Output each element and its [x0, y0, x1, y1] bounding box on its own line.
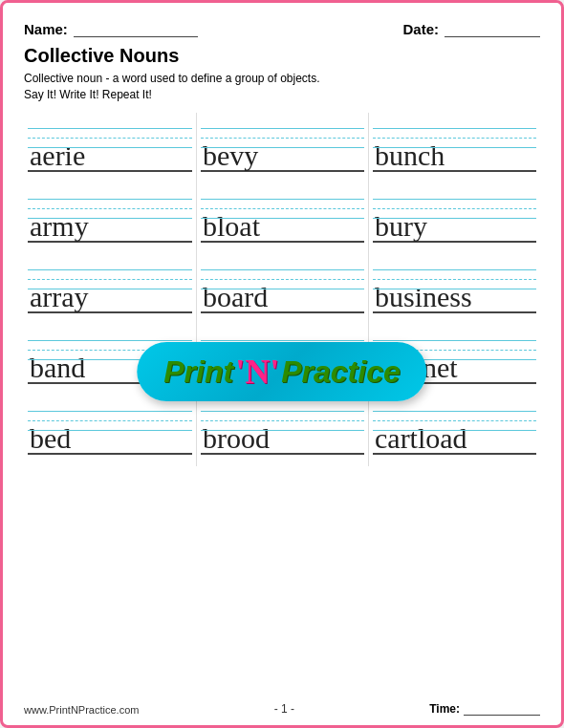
word-cell: brood [196, 396, 368, 466]
date-label: Date: [402, 21, 439, 37]
word-text: bunch [375, 141, 445, 170]
word-text: bury [375, 212, 427, 241]
word-cell: array [24, 254, 196, 325]
word-cell: bury [368, 183, 540, 254]
time-line[interactable] [464, 700, 540, 716]
word-cell: army [24, 183, 196, 254]
logo-n: 'N' [235, 352, 279, 392]
word-text: board [203, 283, 268, 311]
word-text: aerie [30, 141, 85, 170]
date-line[interactable] [445, 20, 540, 37]
word-text: array [30, 283, 89, 311]
word-cell: bed [24, 396, 196, 466]
footer: www.PrintNPractice.com - 1 - Time: [24, 700, 540, 716]
word-text: business [375, 283, 472, 311]
word-text: bloat [203, 212, 260, 241]
word-cell: bloat [196, 183, 368, 254]
description: Collective noun - a word used to define … [24, 71, 540, 103]
name-label: Name: [24, 21, 68, 37]
words-grid: aeriebevybuncharmybloatburyarrayboardbus… [24, 113, 540, 466]
word-cell: business [368, 254, 540, 325]
date-field: Date: [402, 20, 540, 37]
word-cell: bevy [196, 113, 368, 183]
word-cell: board [196, 254, 368, 325]
description-line1: Collective noun - a word used to define … [24, 72, 320, 85]
word-text: bevy [203, 141, 258, 170]
description-line2: Say It! Write It! Repeat It! [24, 88, 152, 101]
word-text: brood [203, 424, 270, 453]
word-text: cartload [375, 424, 467, 453]
time-label: Time: [429, 702, 460, 716]
word-text: army [30, 212, 89, 241]
logo-practice: Practice [281, 354, 401, 390]
word-text: bed [30, 424, 71, 453]
name-field: Name: [24, 20, 198, 37]
footer-time: Time: [429, 700, 540, 716]
word-cell: bunch [368, 113, 540, 183]
worksheet-page: Name: Date: Collective Nouns Collective … [0, 0, 564, 728]
footer-page: - 1 - [274, 702, 294, 716]
page-title: Collective Nouns [24, 45, 540, 67]
header-row: Name: Date: [24, 20, 540, 37]
name-line[interactable] [74, 20, 198, 37]
logo-overlay: Print 'N' Practice [137, 342, 426, 401]
word-cell: aerie [24, 113, 196, 183]
logo-print: Print [163, 354, 233, 390]
footer-website: www.PrintNPractice.com [24, 704, 139, 716]
word-cell: cartload [368, 396, 540, 466]
word-text: band [30, 353, 85, 382]
